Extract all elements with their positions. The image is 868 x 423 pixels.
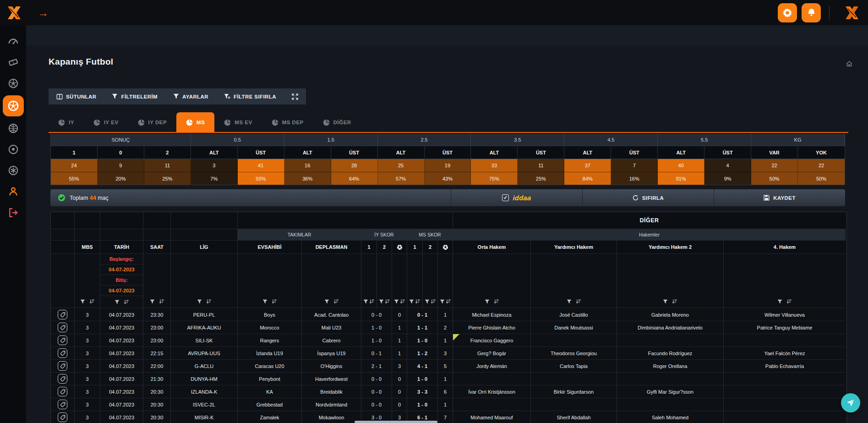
stats-value-cell[interactable]: 16 <box>284 159 331 172</box>
funnel-icon[interactable] <box>777 299 782 304</box>
funnel-icon[interactable] <box>262 299 267 304</box>
horizontal-scrollbar-thumb[interactable] <box>355 421 437 423</box>
stats-percent-cell[interactable]: 50% <box>751 172 798 185</box>
funnel-icon[interactable] <box>567 299 572 304</box>
reset-button[interactable]: SIFIRLA <box>582 189 714 206</box>
pie-tab-ms-dep[interactable]: MS DEP <box>262 112 313 132</box>
stats-value-cell[interactable]: 9 <box>98 159 144 172</box>
stats-value-cell[interactable]: 41 <box>238 159 284 172</box>
sort-icon[interactable] <box>786 299 792 304</box>
pie-tab-ms-ev[interactable]: MS EV <box>214 112 262 132</box>
funnel-icon[interactable] <box>379 299 384 304</box>
stats-percent-cell[interactable]: 16% <box>611 172 658 185</box>
stats-value-cell[interactable]: 4 <box>704 159 751 172</box>
stats-value-cell[interactable]: 11 <box>518 159 564 172</box>
tag-button[interactable] <box>58 400 67 409</box>
table-row[interactable]: 3 04.07.2023 23:30 PERU-PL Boys Acad. Ca… <box>51 308 846 321</box>
sort-icon[interactable] <box>672 299 677 304</box>
sidebar-collapse-arrow-icon[interactable]: → <box>38 6 49 19</box>
notifications-button[interactable] <box>802 3 821 22</box>
stats-percent-cell[interactable]: 55% <box>51 172 98 185</box>
pie-tab-iy[interactable]: IY <box>49 112 84 132</box>
pie-tab-iy-dep[interactable]: IY DEP <box>128 112 177 132</box>
columns-button[interactable]: SÜTUNLAR <box>49 88 104 104</box>
filter-end-date[interactable]: 04-07-2023 <box>100 286 143 296</box>
sort-icon[interactable] <box>159 299 164 304</box>
stats-value-cell[interactable]: 40 <box>658 159 704 172</box>
table-row[interactable]: 3 04.07.2023 20:30 MISIR-K Zamalek Mokaw… <box>51 411 846 423</box>
send-fab-button[interactable] <box>841 393 860 412</box>
sort-icon[interactable] <box>369 299 375 304</box>
stats-percent-cell[interactable]: 43% <box>425 172 471 185</box>
stats-percent-cell[interactable]: 25% <box>144 172 191 185</box>
sidebar-item-basketball[interactable] <box>0 118 26 139</box>
funnel-icon[interactable] <box>80 299 85 304</box>
funnel-icon[interactable] <box>197 299 202 304</box>
settings-filters-button[interactable]: AYARLAR <box>165 88 216 104</box>
stats-value-cell[interactable]: 33 <box>471 159 518 172</box>
stats-value-cell[interactable]: 24 <box>51 159 98 172</box>
funnel-icon[interactable] <box>363 299 368 304</box>
table-row[interactable]: 3 04.07.2023 22:15 AVRUPA-UUS İzlanda U1… <box>51 347 846 360</box>
save-button[interactable]: KAYDET <box>714 189 845 206</box>
tag-button[interactable] <box>58 335 67 345</box>
sort-icon[interactable] <box>576 299 581 304</box>
tag-button[interactable] <box>58 412 67 422</box>
funnel-icon[interactable] <box>663 299 668 304</box>
tag-button[interactable] <box>58 323 67 332</box>
filter-start-date[interactable]: 04-07-2023 <box>100 264 143 275</box>
stats-percent-cell[interactable]: 75% <box>471 172 518 185</box>
fullscreen-button[interactable] <box>284 88 306 104</box>
tag-button[interactable] <box>58 348 67 358</box>
funnel-icon[interactable] <box>115 300 120 305</box>
sort-icon[interactable] <box>385 299 390 304</box>
stats-value-cell[interactable]: 19 <box>425 159 471 172</box>
stats-percent-cell[interactable]: 84% <box>564 172 611 185</box>
sidebar-item-football-alt[interactable] <box>0 139 26 160</box>
table-row[interactable]: 3 04.07.2023 20:30 ISVEC-2L Grebbestad N… <box>51 398 846 411</box>
stats-value-cell[interactable]: 3 <box>191 159 238 172</box>
sidebar-item-football-star[interactable] <box>0 160 26 181</box>
sort-icon[interactable] <box>446 299 451 304</box>
tag-button[interactable] <box>58 310 67 319</box>
sort-icon[interactable] <box>333 299 339 304</box>
iddaa-checkbox[interactable]: ✓ <box>502 194 509 201</box>
stats-value-cell[interactable]: 11 <box>144 159 191 172</box>
sidebar-item-dashboard[interactable] <box>0 31 26 52</box>
sort-icon[interactable] <box>272 299 277 304</box>
settings-button[interactable] <box>778 3 797 22</box>
table-row[interactable]: 3 04.07.2023 20:30 IZLANDA-K KA Breidabl… <box>51 385 846 398</box>
tag-button[interactable] <box>58 387 67 396</box>
pie-tab-iy-ev[interactable]: IY EV <box>84 112 128 132</box>
table-row[interactable]: 3 04.07.2023 23:00 AFRIKA-AUKU Morocco M… <box>51 321 846 334</box>
stats-value-cell[interactable]: 22 <box>798 159 845 172</box>
stats-percent-cell[interactable]: 50% <box>798 172 845 185</box>
pie-tab-di̇ğer[interactable]: DİĞER <box>313 112 361 132</box>
stats-percent-cell[interactable]: 57% <box>378 172 425 185</box>
stats-value-cell[interactable]: 22 <box>751 159 798 172</box>
stats-percent-cell[interactable]: 93% <box>238 172 284 185</box>
stats-value-cell[interactable]: 28 <box>331 159 378 172</box>
home-icon[interactable] <box>846 60 853 67</box>
sort-icon[interactable] <box>124 299 129 305</box>
sidebar-item-profile[interactable] <box>0 181 26 202</box>
table-row[interactable]: 3 04.07.2023 23:00 SILI-SK Rangers Cabre… <box>51 334 846 347</box>
funnel-icon[interactable] <box>394 299 399 304</box>
brand-x-logo[interactable] <box>6 5 22 21</box>
stats-percent-cell[interactable]: 25% <box>518 172 564 185</box>
stats-percent-cell[interactable]: 9% <box>704 172 751 185</box>
funnel-icon[interactable] <box>324 299 329 304</box>
sort-icon[interactable] <box>400 299 405 304</box>
stats-percent-cell[interactable]: 36% <box>284 172 331 185</box>
stats-percent-cell[interactable]: 20% <box>98 172 144 185</box>
sort-icon[interactable] <box>494 299 499 304</box>
iddaa-toggle[interactable]: ✓ iddaa <box>451 189 582 206</box>
funnel-icon[interactable] <box>409 299 414 304</box>
sort-icon[interactable] <box>415 299 420 304</box>
funnel-icon[interactable] <box>425 299 430 304</box>
sidebar-item-logout[interactable] <box>0 202 26 223</box>
sidebar-item-football-active[interactable] <box>0 94 26 118</box>
stats-value-cell[interactable]: 25 <box>378 159 425 172</box>
stats-percent-cell[interactable]: 7% <box>191 172 238 185</box>
tag-button[interactable] <box>58 374 67 384</box>
